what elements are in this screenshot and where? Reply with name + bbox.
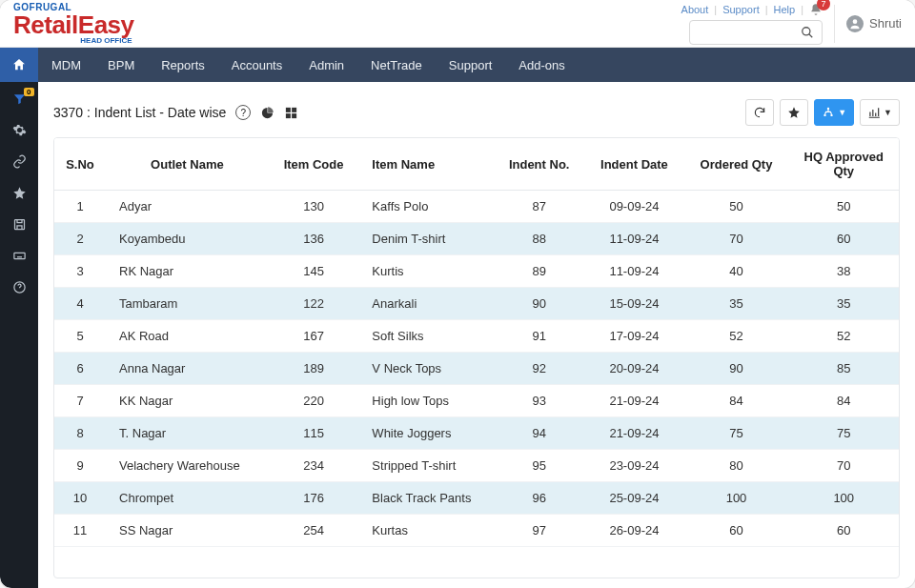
cell-outlet: RK Nagar <box>106 255 269 288</box>
cell-indent-no: 89 <box>494 255 584 288</box>
cell-ordered: 90 <box>684 353 789 385</box>
page-actions: ▼ ▼ <box>745 99 900 126</box>
cell-indent-no: 91 <box>494 320 584 353</box>
gear-icon[interactable] <box>12 123 27 137</box>
col-ordered[interactable]: Ordered Qty <box>684 138 789 191</box>
user-menu[interactable]: Shruti <box>846 15 902 32</box>
cell-ordered: 75 <box>684 417 789 450</box>
save-icon[interactable] <box>12 217 27 232</box>
cell-sno: 11 <box>54 515 106 547</box>
cell-item: Kurtas <box>358 515 494 547</box>
link-sep: | <box>714 4 717 15</box>
logo-main-text: RetailEasy <box>13 12 134 37</box>
cell-code: 130 <box>269 191 359 223</box>
cell-indent-date: 09-09-24 <box>584 191 683 223</box>
cell-outlet: Anna Nagar <box>106 353 269 385</box>
cell-outlet: Chrompet <box>106 482 269 515</box>
cell-indent-date: 17-09-24 <box>584 320 683 353</box>
table-row[interactable]: 2Koyambedu136Denim T-shirt8811-09-247060 <box>54 223 899 255</box>
nav-item-admin[interactable]: Admin <box>295 48 357 82</box>
main-nav: MDMBPMReportsAccountsAdminNetTradeSuppor… <box>0 48 915 82</box>
col-item[interactable]: Item Name <box>358 138 494 191</box>
nav-item-reports[interactable]: Reports <box>148 48 218 82</box>
cell-outlet: T. Nagar <box>106 417 269 450</box>
bell-icon[interactable]: 7 <box>809 3 823 16</box>
refresh-button[interactable] <box>745 99 774 126</box>
cell-ordered: 40 <box>684 255 789 288</box>
nav-item-mdm[interactable]: MDM <box>38 48 94 82</box>
star-icon[interactable] <box>12 186 27 200</box>
col-sno[interactable]: S.No <box>54 138 106 191</box>
table-row[interactable]: 8T. Nagar115White Joggers9421-09-247575 <box>54 417 899 450</box>
nav-item-bpm[interactable]: BPM <box>94 48 148 82</box>
cell-outlet: SS Nagar <box>106 515 269 547</box>
svg-point-2 <box>853 19 858 24</box>
table-row[interactable]: 10Chrompet176Black Track Pants9625-09-24… <box>54 482 899 515</box>
cell-code: 136 <box>269 223 359 255</box>
chevron-down-icon: ▼ <box>884 108 892 117</box>
svg-point-0 <box>803 27 810 34</box>
filter-icon[interactable]: 0 <box>12 91 27 106</box>
chart-button[interactable]: ▼ <box>860 99 900 126</box>
cell-hq: 100 <box>788 482 899 515</box>
cell-indent-date: 11-09-24 <box>584 223 683 255</box>
cell-sno: 10 <box>54 482 106 515</box>
page-title: 3370 : Indent List - Date wise <box>53 105 226 120</box>
cell-hq: 85 <box>788 353 899 385</box>
cell-hq: 38 <box>788 255 899 288</box>
cell-sno: 1 <box>54 191 106 223</box>
col-hq[interactable]: HQ Approved Qty <box>788 138 899 191</box>
table-row[interactable]: 5AK Road167Soft Silks9117-09-245252 <box>54 320 899 353</box>
link-icon[interactable] <box>12 154 27 169</box>
header-right-stack: About | Support | Help | 7 <box>681 3 823 45</box>
table-row[interactable]: 6Anna Nagar189V Neck Tops9220-09-249085 <box>54 353 899 385</box>
grid-icon[interactable] <box>284 106 298 120</box>
cell-hq: 52 <box>788 320 899 353</box>
table-row[interactable]: 9Velachery Warehouse234Stripped T-shirt9… <box>54 450 899 482</box>
table-row[interactable]: 7KK Nagar220High low Tops9321-09-248484 <box>54 385 899 417</box>
table-row[interactable]: 3RK Nagar145Kurtis8911-09-244038 <box>54 255 899 288</box>
support-link[interactable]: Support <box>722 4 760 15</box>
page-title-row: 3370 : Indent List - Date wise ? <box>53 105 298 120</box>
cell-sno: 7 <box>54 385 106 417</box>
nav-item-nettrade[interactable]: NetTrade <box>357 48 436 82</box>
svg-rect-13 <box>286 113 291 118</box>
col-outlet[interactable]: Outlet Name <box>106 138 269 191</box>
cell-sno: 3 <box>54 255 106 288</box>
table-row[interactable]: 11SS Nagar254Kurtas9726-09-246060 <box>54 515 899 547</box>
cell-indent-date: 20-09-24 <box>584 353 683 385</box>
cell-ordered: 35 <box>684 288 789 320</box>
cell-indent-no: 93 <box>494 385 584 417</box>
help-icon[interactable] <box>12 280 27 294</box>
nav-item-support[interactable]: Support <box>436 48 506 82</box>
svg-rect-11 <box>286 107 291 112</box>
col-indent-no[interactable]: Indent No. <box>494 138 584 191</box>
cell-code: 167 <box>269 320 359 353</box>
search-input[interactable] <box>689 20 823 45</box>
keyboard-icon[interactable] <box>12 249 27 263</box>
svg-rect-14 <box>292 113 296 118</box>
cell-code: 220 <box>269 385 359 417</box>
cell-indent-no: 96 <box>494 482 584 515</box>
help-link[interactable]: Help <box>774 4 796 15</box>
cell-indent-date: 21-09-24 <box>584 417 683 450</box>
top-links: About | Support | Help | 7 <box>681 3 823 16</box>
nav-item-accounts[interactable]: Accounts <box>218 48 295 82</box>
hierarchy-button[interactable]: ▼ <box>814 99 854 126</box>
favorite-button[interactable] <box>780 99 808 126</box>
info-icon[interactable]: ? <box>235 105 251 120</box>
page-header: 3370 : Indent List - Date wise ? <box>53 99 900 126</box>
col-code[interactable]: Item Code <box>269 138 359 191</box>
home-icon[interactable] <box>0 48 38 82</box>
cell-indent-no: 95 <box>494 450 584 482</box>
app-window: GOFRUGAL RetailEasy HEAD OFFICE About | … <box>0 0 915 588</box>
cell-ordered: 60 <box>684 515 789 547</box>
about-link[interactable]: About <box>681 4 709 15</box>
table-row[interactable]: 1Adyar130Kaffs Polo8709-09-245050 <box>54 191 899 223</box>
cell-item: Soft Silks <box>358 320 494 353</box>
col-indent-date[interactable]: Indent Date <box>584 138 683 191</box>
cell-indent-no: 88 <box>494 223 584 255</box>
pie-icon[interactable] <box>260 106 274 120</box>
nav-item-add-ons[interactable]: Add-ons <box>505 48 578 82</box>
table-row[interactable]: 4Tambaram122Anarkali9015-09-243535 <box>54 288 899 320</box>
